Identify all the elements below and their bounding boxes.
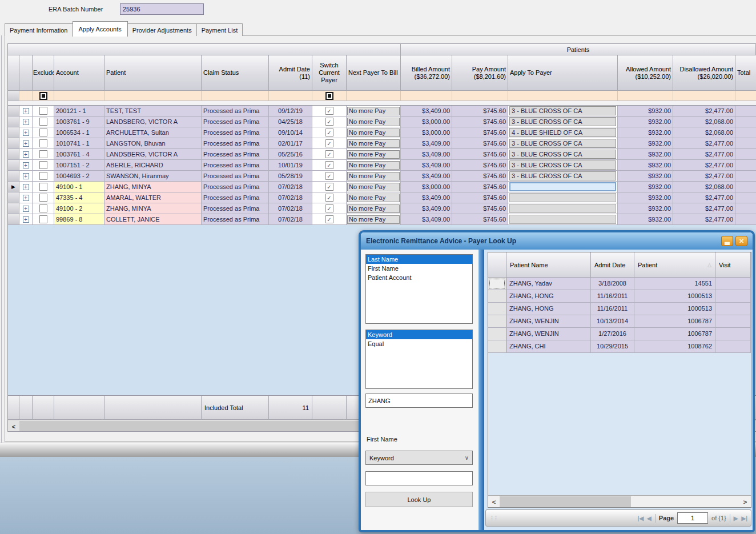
filter-next-payer[interactable] — [347, 91, 401, 101]
look-up-button[interactable]: Look Up — [365, 492, 473, 507]
row-selector[interactable]: ▶ — [8, 182, 19, 192]
patient-cell[interactable]: SWANSON, Hiranmay — [104, 171, 202, 181]
row-selector[interactable] — [8, 192, 19, 203]
result-admit-date-cell[interactable]: 3/18/2008 — [591, 278, 634, 290]
next-payer-value[interactable]: No more Pay — [347, 107, 400, 115]
header-disallowed-amount[interactable]: Disallowed Amount ($26,020.00) — [673, 55, 735, 91]
filter-patient[interactable] — [104, 91, 202, 101]
account-cell[interactable]: 1006534 - 1 — [54, 127, 104, 138]
result-patient-number-cell[interactable]: 1000513 — [634, 290, 715, 302]
expand-icon[interactable]: + — [23, 119, 29, 125]
switch-payer-checkbox[interactable]: ✓ — [325, 139, 333, 147]
exclude-checkbox[interactable] — [39, 129, 47, 136]
pay-amount-cell[interactable]: $745.60 — [452, 214, 508, 224]
disallowed-amount-cell[interactable]: $2,477.00 — [673, 203, 735, 214]
header-claim-status[interactable]: Claim Status — [202, 55, 269, 91]
pay-amount-cell[interactable]: $745.60 — [452, 160, 508, 170]
result-admit-date-cell[interactable]: 11/16/2011 — [591, 290, 634, 302]
billed-amount-cell[interactable]: $3,409.00 — [401, 203, 452, 214]
allowed-amount-cell[interactable]: $932.00 — [618, 127, 673, 138]
result-patient-number-cell[interactable]: 1006787 — [634, 315, 715, 327]
result-admit-date-cell[interactable]: 1/27/2016 — [591, 328, 634, 340]
apply-payer-value[interactable]: 3 - BLUE CROSS OF CA — [509, 160, 616, 170]
header-allowed-amount[interactable]: Allowed Amount ($10,252.00) — [618, 55, 673, 91]
account-cell[interactable]: 49100 - 1 — [54, 182, 104, 192]
filter-expand[interactable] — [19, 91, 33, 101]
patient-cell[interactable]: ABERLE, RICHARD — [104, 160, 202, 170]
allowed-amount-cell[interactable]: $932.00 — [618, 117, 673, 127]
row-selector[interactable] — [8, 214, 19, 224]
allowed-amount-cell[interactable]: $932.00 — [618, 182, 673, 192]
billed-amount-cell[interactable]: $3,409.00 — [401, 192, 452, 203]
header-billed-amount[interactable]: Billed Amount ($36,272.00) — [401, 55, 452, 91]
result-row-selector[interactable] — [488, 315, 506, 327]
result-admit-date-cell[interactable]: 10/13/2014 — [591, 315, 634, 327]
pay-amount-cell[interactable]: $745.60 — [452, 182, 508, 192]
result-visit-cell[interactable] — [715, 340, 751, 352]
billed-amount-cell[interactable]: $3,000.00 — [401, 117, 452, 127]
total-cell[interactable] — [735, 160, 756, 170]
switch-payer-checkbox[interactable]: ✓ — [325, 215, 333, 223]
filter-billed[interactable] — [401, 91, 452, 101]
row-selector[interactable] — [8, 127, 19, 138]
exclude-checkbox[interactable] — [39, 204, 47, 212]
result-visit-cell[interactable] — [715, 315, 751, 327]
exclude-checkbox[interactable] — [39, 215, 47, 223]
row-selector[interactable] — [8, 171, 19, 181]
claim-status-cell[interactable]: Processed as Prima — [202, 203, 269, 214]
allowed-amount-cell[interactable]: $932.00 — [618, 106, 673, 116]
total-cell[interactable] — [735, 203, 756, 214]
result-row-selector[interactable] — [488, 290, 506, 302]
apply-payer-value[interactable]: 3 - BLUE CROSS OF CA — [509, 106, 616, 115]
pay-amount-cell[interactable]: $745.60 — [452, 127, 508, 138]
tab-payment-information[interactable]: Payment Information — [5, 23, 73, 36]
minimize-icon[interactable]: ▃ — [721, 236, 733, 246]
account-cell[interactable]: 49100 - 2 — [54, 203, 104, 214]
switch-payer-checkbox[interactable]: ✓ — [325, 161, 333, 169]
patient-cell[interactable]: ARCHULETTA, Sultan — [104, 127, 202, 138]
total-cell[interactable] — [735, 138, 756, 148]
result-patient-name-cell[interactable]: ZHANG, CHI — [506, 340, 591, 352]
result-patient-name-cell[interactable]: ZHANG, WENJIN — [506, 328, 591, 340]
era-batch-number-input[interactable] — [120, 3, 204, 15]
tab-provider-adjustments[interactable]: Provider Adjustments — [127, 23, 197, 36]
billed-amount-cell[interactable]: $3,409.00 — [401, 149, 452, 159]
claim-status-cell[interactable]: Processed as Prima — [202, 171, 269, 181]
pay-amount-cell[interactable]: $745.60 — [452, 106, 508, 116]
total-cell[interactable] — [735, 192, 756, 203]
switch-payer-checkbox[interactable]: ✓ — [325, 204, 333, 212]
scroll-left-icon[interactable]: < — [488, 496, 500, 507]
pay-amount-cell[interactable]: $745.60 — [452, 203, 508, 214]
results-scrollbar-thumb[interactable] — [500, 496, 631, 507]
row-selector[interactable] — [8, 106, 19, 116]
patient-cell[interactable]: AMARAL, WALTER — [104, 192, 202, 203]
header-apply-to-payer[interactable]: Apply To Payer — [508, 55, 618, 91]
expand-icon[interactable]: + — [23, 108, 29, 114]
apply-payer-value[interactable] — [509, 182, 616, 191]
result-visit-cell[interactable] — [715, 303, 751, 315]
filter-disallowed[interactable] — [673, 91, 735, 101]
apply-payer-value[interactable] — [509, 193, 616, 202]
admit-date-cell[interactable]: 09/12/19 — [269, 106, 312, 116]
next-page-icon[interactable]: ▶ — [734, 515, 738, 521]
expand-icon[interactable]: + — [23, 216, 29, 223]
exclude-checkbox[interactable] — [39, 194, 47, 202]
exclude-checkbox[interactable] — [39, 183, 47, 191]
admit-date-cell[interactable]: 04/25/18 — [269, 117, 312, 127]
header-next-payer[interactable]: Next Payer To Bill — [347, 55, 401, 91]
filter-claim-status[interactable] — [202, 91, 269, 101]
allowed-amount-cell[interactable]: $932.00 — [618, 214, 673, 224]
account-cell[interactable]: 99869 - 8 — [54, 214, 104, 224]
allowed-amount-cell[interactable]: $932.00 — [618, 160, 673, 170]
switch-payer-checkbox[interactable]: ✓ — [325, 194, 333, 202]
pay-amount-cell[interactable]: $745.60 — [452, 149, 508, 159]
result-patient-name-cell[interactable]: ZHANG, Yadav — [506, 278, 591, 290]
next-payer-value[interactable]: No more Pay — [347, 161, 400, 170]
apply-payer-value[interactable]: 3 - BLUE CROSS OF CA — [509, 117, 616, 126]
next-payer-value[interactable]: No more Pay — [347, 129, 400, 137]
account-cell[interactable]: 1010741 - 1 — [54, 138, 104, 148]
results-header-patient-name[interactable]: Patient Name — [506, 252, 591, 278]
disallowed-amount-cell[interactable]: $2,477.00 — [673, 160, 735, 170]
dialog-titlebar[interactable]: Electronic Remittance Advice - Payer Loo… — [361, 232, 753, 250]
result-row[interactable]: ZHANG, WENJIN1/27/20161006787 — [488, 328, 751, 340]
